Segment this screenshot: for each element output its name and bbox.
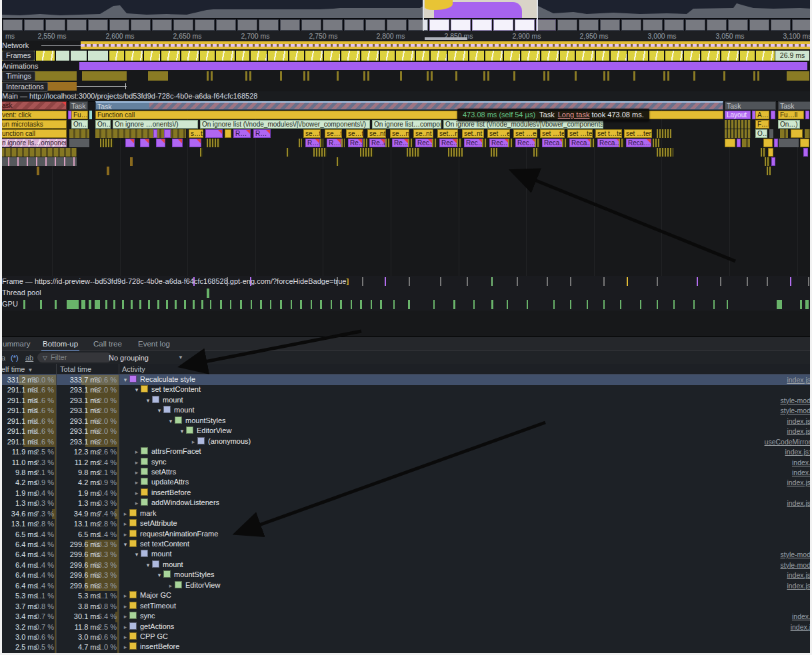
track-gpu[interactable]: GPU: [0, 299, 812, 311]
flame-chip[interactable]: [725, 129, 751, 138]
source-link[interactable]: index.js: [787, 571, 811, 579]
flame-chip[interactable]: Fu…ll: [778, 111, 804, 119]
collapse-icon[interactable]: ▾: [144, 562, 152, 568]
frame-cell[interactable]: [324, 51, 340, 61]
flame-chip[interactable]: [407, 148, 420, 157]
expand-icon[interactable]: ▸: [133, 459, 141, 466]
table-row[interactable]: 291.1 ms61.6 %293.1 ms62.0 %▾mountstyle-…: [0, 406, 812, 416]
frame-cell[interactable]: [596, 51, 609, 61]
flame-chip[interactable]: se…t: [325, 129, 342, 138]
frame-cell[interactable]: [469, 51, 484, 61]
source-link[interactable]: index.: [792, 612, 811, 620]
frame-cell[interactable]: [504, 51, 520, 61]
flame-chip[interactable]: Re…le: [392, 139, 409, 147]
activity-name[interactable]: sync: [151, 458, 167, 466]
flame-chip[interactable]: [774, 139, 778, 147]
flame-chip[interactable]: Reca…yle: [569, 139, 592, 147]
flame-chip[interactable]: [408, 139, 413, 147]
flame-chip[interactable]: set…nt: [437, 129, 458, 138]
activity-name[interactable]: addWindowListeners: [151, 498, 219, 506]
collapse-icon[interactable]: ▾: [121, 376, 129, 383]
frame-cell[interactable]: [341, 51, 360, 61]
expand-icon[interactable]: ▸: [121, 624, 129, 630]
flame-chip[interactable]: [69, 139, 89, 147]
flame-chip[interactable]: [482, 139, 487, 147]
flame-chip[interactable]: Rec…le: [464, 139, 483, 147]
expand-icon[interactable]: ▸: [121, 520, 129, 527]
source-link[interactable]: index.: [792, 458, 811, 466]
collapse-icon[interactable]: ▾: [155, 407, 163, 414]
flame-chip[interactable]: [763, 139, 773, 147]
expand-icon[interactable]: ▸: [121, 613, 129, 620]
expand-icon[interactable]: ▸: [133, 500, 141, 506]
flame-chip[interactable]: Rec…yle: [489, 139, 509, 147]
tab-event-log[interactable]: Event log: [137, 337, 171, 351]
table-row[interactable]: 13.1 ms2.8 %13.1 ms2.8 %▸setAttribute: [0, 519, 812, 529]
source-link[interactable]: index.j: [791, 623, 811, 631]
collapse-icon[interactable]: ▾: [133, 551, 141, 558]
tooltip-long-task-link[interactable]: Long task: [558, 111, 590, 119]
frame-cell[interactable]: [380, 51, 395, 61]
main-thread-label[interactable]: Main — http://localhost:3000/projects/bd…: [2, 92, 257, 100]
flame-chip[interactable]: Reca…yle: [626, 139, 651, 147]
flame-chip[interactable]: [205, 129, 223, 138]
source-link[interactable]: index.js: [787, 417, 811, 425]
source-link[interactable]: style-mod: [780, 396, 811, 404]
flame-chip[interactable]: [153, 129, 157, 138]
column-total-time[interactable]: Total time: [60, 364, 91, 374]
table-row[interactable]: 6.4 ms1.4 %299.6 ms63.3 %▸EditorViewinde…: [0, 581, 812, 591]
gpu-track-label[interactable]: GPU: [2, 300, 18, 308]
collapse-icon[interactable]: ▾: [144, 397, 152, 404]
activity-name[interactable]: sync: [140, 612, 155, 620]
flame-chip[interactable]: se…nt: [390, 129, 409, 138]
flame-chip[interactable]: [69, 129, 89, 138]
table-row[interactable]: 3.0 ms0.6 %3.0 ms0.6 %▸CPP GC: [0, 632, 812, 642]
column-activity[interactable]: Activity: [122, 364, 145, 374]
table-row[interactable]: 4.2 ms0.9 %4.2 ms0.9 %▸updateAttrsindex.…: [0, 478, 812, 488]
expand-icon[interactable]: ▸: [167, 582, 175, 589]
activity-name[interactable]: mount: [174, 406, 195, 414]
flame-chip[interactable]: [207, 139, 220, 147]
flame-chip[interactable]: se…t: [346, 129, 363, 138]
frame-cell[interactable]: [216, 51, 235, 61]
frame-cell[interactable]: [416, 51, 429, 61]
flame-chip[interactable]: F…l: [755, 120, 769, 129]
flame-chip[interactable]: vent: click: [0, 111, 67, 119]
activity-name[interactable]: Recalculate style: [140, 375, 195, 383]
regex-icon[interactable]: (*): [11, 351, 19, 364]
flame-chip[interactable]: [768, 148, 773, 157]
table-row[interactable]: 5.3 ms1.1 %5.3 ms1.1 %▸Major GC: [0, 591, 812, 601]
expand-icon[interactable]: ▸: [189, 438, 197, 445]
table-row[interactable]: 1.3 ms0.3 %1.3 ms0.3 %▸addWindowListener…: [0, 498, 812, 508]
flame-chip[interactable]: [769, 129, 773, 138]
table-row[interactable]: 9.8 ms2.1 %9.8 ms2.1 %▸setAttrsindex.: [0, 468, 812, 478]
flame-chip[interactable]: n ignore lis…omponents\/): [0, 139, 67, 147]
table-row[interactable]: 6.4 ms1.4 %299.6 ms63.3 %▾mountstyle-mod: [0, 560, 812, 570]
flame-chip[interactable]: [590, 139, 595, 147]
collapse-icon[interactable]: ▾: [178, 428, 186, 434]
flame-chip[interactable]: [189, 139, 201, 147]
flame-chip[interactable]: Task: [725, 101, 776, 110]
table-row[interactable]: 291.1 ms61.6 %293.1 ms62.0 %▾mountstyle-…: [0, 396, 812, 406]
horizontal-scroll-indicator[interactable]: [425, 37, 467, 40]
table-row[interactable]: 6.4 ms1.4 %299.6 ms63.3 %▾mountstyle-mod: [0, 550, 812, 560]
flame-chip[interactable]: [508, 139, 513, 147]
flame-chip[interactable]: [771, 157, 775, 166]
activity-name[interactable]: set textContent: [151, 385, 201, 393]
track-thread-pool[interactable]: Thread pool: [0, 287, 812, 299]
table-row[interactable]: 291.1 ms61.6 %293.1 ms62.0 %▾EditorViewi…: [0, 426, 812, 436]
flame-chip[interactable]: [619, 139, 624, 147]
selection-handle-left[interactable]: [423, 0, 424, 31]
activity-name[interactable]: (anonymous): [208, 437, 251, 445]
frame-cell[interactable]: [576, 51, 595, 61]
flame-chip[interactable]: R…: [233, 129, 251, 138]
flame-chip[interactable]: [200, 148, 203, 157]
frames-track-label[interactable]: Frames: [2, 51, 35, 61]
flame-chip[interactable]: R…e: [327, 139, 341, 147]
flame-chip[interactable]: [107, 167, 109, 175]
activity-name[interactable]: mark: [140, 509, 156, 517]
activity-name[interactable]: attrsFromFacet: [151, 447, 201, 455]
frame-cell[interactable]: [361, 51, 379, 61]
flame-chip[interactable]: [771, 111, 775, 119]
expand-icon[interactable]: ▸: [133, 479, 141, 486]
